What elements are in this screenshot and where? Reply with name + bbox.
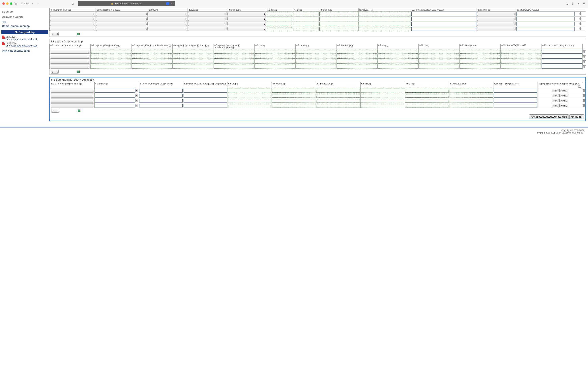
ip-input[interactable]: [95, 89, 135, 93]
text-input[interactable]: [411, 12, 476, 16]
select-input[interactable]: [51, 99, 94, 103]
text-input[interactable]: [184, 89, 227, 93]
select-input[interactable]: [51, 104, 94, 107]
new-tab-icon[interactable]: ＋: [576, 2, 580, 5]
select-input[interactable]: [477, 22, 516, 26]
delete-row-icon[interactable]: [579, 27, 582, 30]
select-input[interactable]: [148, 12, 187, 16]
back-button[interactable]: ‹: [31, 2, 34, 5]
delete-row-icon[interactable]: [582, 89, 585, 92]
delete-row-icon[interactable]: [582, 94, 585, 97]
ip-input[interactable]: [95, 104, 135, 107]
privacy-shield-icon[interactable]: ◒: [71, 2, 74, 5]
text-input[interactable]: [517, 27, 575, 31]
delete-cert-button[interactable]: Ջնջել: [559, 99, 568, 102]
url-bar[interactable]: 🔒 file-online.taxservice.am ⟳: [78, 1, 175, 6]
text-input[interactable]: [184, 94, 227, 98]
select-input[interactable]: [50, 27, 95, 31]
phone-input[interactable]: [494, 89, 537, 93]
select-input[interactable]: [51, 94, 94, 98]
select-input[interactable]: [188, 27, 227, 31]
select-input[interactable]: [477, 27, 516, 31]
attach-cert-button[interactable]: Կցել: [552, 89, 559, 92]
section-4-add-count[interactable]: 1: [51, 70, 59, 74]
text-input[interactable]: [411, 22, 476, 26]
text-input[interactable]: [542, 65, 582, 68]
tabs-icon[interactable]: ⧉: [582, 2, 586, 5]
ip-input[interactable]: [95, 99, 135, 103]
phone-input[interactable]: [494, 94, 537, 98]
delete-row-icon[interactable]: [582, 104, 585, 107]
text-input[interactable]: [139, 94, 183, 98]
select-input[interactable]: [188, 22, 227, 26]
text-input[interactable]: [139, 99, 183, 103]
add-ip-button[interactable]: +: [135, 94, 138, 97]
text-input[interactable]: [184, 99, 227, 103]
text-input[interactable]: [411, 17, 476, 21]
notice-link[interactable]: Նոր հաշվետվաձևատեսակ: [6, 38, 38, 41]
delete-row-icon[interactable]: [583, 55, 586, 58]
text-input[interactable]: [139, 89, 183, 93]
delete-row-icon[interactable]: [579, 22, 582, 25]
select-input[interactable]: [148, 22, 187, 26]
select-input[interactable]: [188, 12, 227, 16]
select-input[interactable]: [96, 17, 148, 21]
delete-cert-button[interactable]: Ջնջել: [559, 89, 568, 92]
delete-row-icon[interactable]: [583, 65, 586, 68]
section-4-add-button[interactable]: [77, 70, 81, 73]
ip-input[interactable]: [95, 94, 135, 98]
select-input[interactable]: [228, 22, 266, 26]
text-input[interactable]: [542, 50, 582, 54]
sidebar-toggle-icon[interactable]: ▥: [14, 2, 18, 5]
refresh-icon[interactable]: ⟳: [171, 2, 174, 5]
share-icon[interactable]: ⇧: [571, 2, 574, 5]
attach-cert-button[interactable]: Կցել: [552, 94, 559, 97]
save-temp-button[interactable]: Հիշել ժամանակավորապես: [529, 114, 569, 119]
delete-row-icon[interactable]: [579, 17, 582, 21]
select-input[interactable]: [96, 27, 148, 31]
select-input[interactable]: [228, 17, 266, 21]
select-input[interactable]: [50, 50, 90, 54]
select-input[interactable]: [50, 12, 95, 16]
attach-cert-button[interactable]: Կցել: [552, 99, 559, 102]
add-ip-button[interactable]: +: [135, 104, 138, 107]
help-icon[interactable]: ?: [578, 85, 581, 88]
text-input[interactable]: [517, 17, 575, 21]
select-input[interactable]: [96, 12, 148, 16]
delete-row-icon[interactable]: [583, 50, 586, 53]
select-input[interactable]: [148, 27, 187, 31]
select-input[interactable]: [51, 89, 94, 93]
select-input[interactable]: [50, 64, 90, 68]
select-input[interactable]: [50, 17, 95, 21]
select-input[interactable]: [477, 12, 516, 16]
delete-row-icon[interactable]: [579, 12, 582, 16]
phone-input[interactable]: [494, 104, 537, 107]
select-input[interactable]: [148, 17, 187, 21]
select-input[interactable]: [188, 17, 227, 21]
text-input[interactable]: [517, 12, 575, 16]
section-3-add-button[interactable]: [77, 32, 81, 36]
select-input[interactable]: [50, 60, 90, 64]
delete-cert-button[interactable]: Ջնջել: [559, 104, 568, 107]
section-3-add-count[interactable]: 1: [51, 32, 59, 36]
all-notices-link[interactable]: Բոլոր ծանուցումները: [1, 49, 48, 53]
downloads-icon[interactable]: ⤓: [565, 2, 569, 5]
text-input[interactable]: [542, 55, 582, 59]
delete-row-icon[interactable]: [583, 60, 586, 63]
text-input[interactable]: [542, 60, 582, 64]
notice-link[interactable]: Նոր հաշվետվաձևատեսակ: [6, 44, 38, 47]
minimize-window-icon[interactable]: [6, 2, 9, 5]
delete-cert-button[interactable]: Ջնջել: [559, 94, 568, 97]
close-window-icon[interactable]: [2, 2, 5, 5]
logout-link[interactable]: [Ելք]: [1, 20, 48, 24]
select-input[interactable]: [477, 17, 516, 21]
text-input[interactable]: [517, 22, 575, 26]
text-input[interactable]: [139, 104, 183, 107]
register-button[interactable]: Գրանցել: [569, 114, 584, 119]
select-input[interactable]: [228, 12, 266, 16]
maximize-window-icon[interactable]: [10, 2, 12, 5]
forward-button[interactable]: ›: [36, 2, 40, 5]
select-input[interactable]: [96, 22, 148, 26]
delete-row-icon[interactable]: [582, 99, 585, 102]
change-password-link[interactable]: Փոխել գաղտնաբառը: [1, 24, 48, 28]
